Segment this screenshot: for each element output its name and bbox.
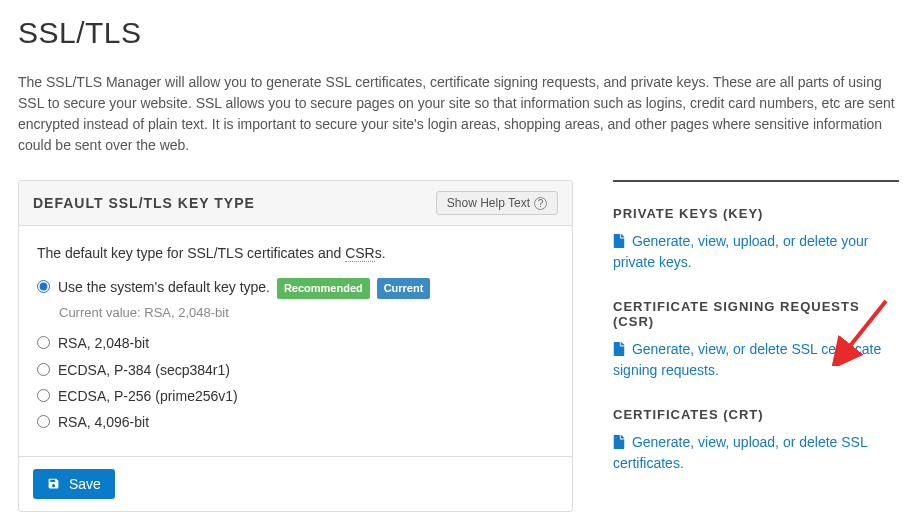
- option-system-default[interactable]: Use the system's default key type. Recom…: [37, 276, 554, 299]
- radio-ecdsa-p256[interactable]: [37, 389, 50, 402]
- crt-link[interactable]: Generate, view, upload, or delete SSL ce…: [613, 432, 899, 474]
- panel-header: DEFAULT SSL/TLS KEY TYPE Show Help Text …: [19, 181, 572, 226]
- option-label: RSA, 4,096-bit: [58, 411, 149, 433]
- badge-recommended: Recommended: [277, 278, 370, 300]
- file-icon: [613, 234, 625, 248]
- private-keys-link[interactable]: Generate, view, upload, or delete your p…: [613, 231, 899, 273]
- private-keys-block: PRIVATE KEYS (KEY) Generate, view, uploa…: [613, 206, 899, 273]
- file-icon: [613, 342, 625, 356]
- option-ecdsa-p256[interactable]: ECDSA, P-256 (prime256v1): [37, 385, 554, 407]
- panel-body: The default key type for SSL/TLS certifi…: [19, 226, 572, 456]
- save-icon: [47, 477, 60, 490]
- option-rsa-4096[interactable]: RSA, 4,096-bit: [37, 411, 554, 433]
- radio-system-default[interactable]: [37, 280, 50, 293]
- help-button-label: Show Help Text: [447, 196, 530, 210]
- save-button-label: Save: [69, 476, 101, 492]
- csr-abbr: CSR: [345, 245, 375, 262]
- option-label: ECDSA, P-384 (secp384r1): [58, 359, 230, 381]
- help-icon: ?: [534, 197, 547, 210]
- option-ecdsa-p384[interactable]: ECDSA, P-384 (secp384r1): [37, 359, 554, 381]
- panel-title: DEFAULT SSL/TLS KEY TYPE: [33, 195, 255, 211]
- panel-footer: Save: [19, 456, 572, 511]
- option-label: Use the system's default key type.: [58, 279, 270, 295]
- badge-current: Current: [377, 278, 431, 300]
- intro-text: The SSL/TLS Manager will allow you to ge…: [18, 72, 899, 156]
- csr-heading: CERTIFICATE SIGNING REQUESTS (CSR): [613, 299, 899, 329]
- radio-rsa-4096[interactable]: [37, 415, 50, 428]
- option-label: ECDSA, P-256 (prime256v1): [58, 385, 238, 407]
- csr-block: CERTIFICATE SIGNING REQUESTS (CSR) Gener…: [613, 299, 899, 381]
- crt-block: CERTIFICATES (CRT) Generate, view, uploa…: [613, 407, 899, 474]
- private-keys-heading: PRIVATE KEYS (KEY): [613, 206, 899, 221]
- panel-intro: The default key type for SSL/TLS certifi…: [37, 242, 554, 264]
- csr-link[interactable]: Generate, view, or delete SSL certificat…: [613, 339, 899, 381]
- option-label: RSA, 2,048-bit: [58, 332, 149, 354]
- current-value: Current value: RSA, 2,048-bit: [59, 303, 554, 324]
- key-type-options-rest: RSA, 2,048-bit ECDSA, P-384 (secp384r1) …: [37, 332, 554, 434]
- sidebar: PRIVATE KEYS (KEY) Generate, view, uploa…: [613, 180, 899, 500]
- key-type-panel: DEFAULT SSL/TLS KEY TYPE Show Help Text …: [18, 180, 573, 512]
- save-button[interactable]: Save: [33, 469, 115, 499]
- file-icon: [613, 435, 625, 449]
- radio-rsa-2048[interactable]: [37, 336, 50, 349]
- radio-ecdsa-p384[interactable]: [37, 363, 50, 376]
- page-title: SSL/TLS: [18, 16, 899, 50]
- crt-heading: CERTIFICATES (CRT): [613, 407, 899, 422]
- key-type-options: Use the system's default key type. Recom…: [37, 276, 554, 299]
- show-help-text-button[interactable]: Show Help Text ?: [436, 191, 558, 215]
- option-rsa-2048[interactable]: RSA, 2,048-bit: [37, 332, 554, 354]
